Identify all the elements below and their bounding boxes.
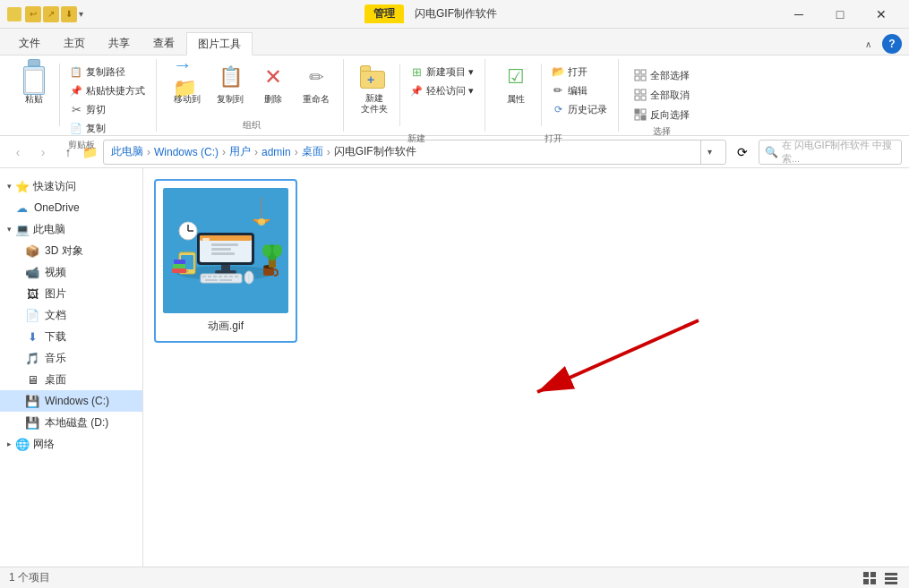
svg-rect-46 <box>173 264 185 268</box>
title-center: 管理 闪电GIF制作软件 <box>364 4 497 23</box>
copy-button[interactable]: 📄 复制 <box>65 119 149 137</box>
maximize-button[interactable]: □ <box>819 0 861 29</box>
expand-arrow: ▾ <box>7 182 12 191</box>
move-to-icon: →📁 <box>173 63 202 91</box>
qa-icon-3[interactable]: ⬇ <box>61 6 77 22</box>
delete-button[interactable]: ✕ 删除 <box>253 59 293 109</box>
ribbon-group-select: 全部选择 全部取消 反向选择 选择 <box>622 59 700 132</box>
cut-icon: ✂ <box>69 102 83 116</box>
sidebar-item-quick-access[interactable]: ▾ ⭐ 快速访问 <box>0 175 142 197</box>
invert-selection-button[interactable]: 反向选择 <box>630 106 693 124</box>
ribbon-collapse-btn[interactable]: ∧ <box>857 33 879 55</box>
sidebar-item-onedrive[interactable]: ☁ OneDrive <box>0 197 142 218</box>
copy-path-button[interactable]: 📋 复制路径 <box>65 63 149 81</box>
help-button[interactable]: ? <box>882 34 902 54</box>
red-arrow <box>484 303 734 481</box>
new-folder-button[interactable]: + 新建文件夹 <box>355 59 394 118</box>
search-box[interactable]: 🔍 在 闪电GIF制作软件 中搜索... <box>759 140 902 165</box>
ribbon-group-open: ☑ 属性 📂 打开 ✏ 编辑 ⟳ 历史记录 打开 <box>489 59 619 132</box>
history-button[interactable]: ⟳ 历史记录 <box>547 100 611 118</box>
path-part-2[interactable]: Windows (C:) <box>154 146 219 158</box>
minimize-button[interactable]: ─ <box>778 0 819 29</box>
file-thumbnail <box>163 188 288 313</box>
path-part-5[interactable]: 桌面 <box>302 144 323 159</box>
svg-rect-58 <box>885 573 897 575</box>
new-item-label: 新建项目 ▾ <box>426 65 474 79</box>
3d-label: 3D 对象 <box>45 243 83 259</box>
tab-home[interactable]: 主页 <box>52 31 97 55</box>
open-icon: 📂 <box>551 64 565 79</box>
sep5: › <box>327 146 330 158</box>
svg-rect-8 <box>635 109 639 114</box>
ribbon-group-organize: →📁 移动到 📋 复制到 ✕ 删除 ✏ 重命名 组织 <box>160 59 344 132</box>
close-button[interactable]: ✕ <box>861 0 902 29</box>
svg-rect-32 <box>219 276 222 277</box>
list-view-button[interactable] <box>882 569 900 587</box>
copy-to-button[interactable]: 📋 复制到 <box>210 59 250 109</box>
qa-dropdown[interactable]: ▾ <box>79 9 83 19</box>
back-button[interactable]: ‹ <box>7 141 29 163</box>
sep2: › <box>222 146 226 158</box>
sidebar-item-windows-c[interactable]: 💾 Windows (C:) <box>0 390 142 412</box>
move-to-button[interactable]: →📁 移动到 <box>167 59 207 109</box>
svg-rect-37 <box>219 279 232 281</box>
copy-to-icon: 📋 <box>216 63 244 91</box>
paste-shortcut-button[interactable]: 📌 粘贴快捷方式 <box>65 81 149 99</box>
refresh-button[interactable]: ⟳ <box>730 140 755 165</box>
properties-button[interactable]: ☑ 属性 <box>496 59 536 109</box>
clipboard-label: 剪贴板 <box>68 139 95 151</box>
sidebar-item-network[interactable]: ▸ 🌐 网络 <box>0 433 142 455</box>
sidebar-item-documents[interactable]: 📄 文档 <box>0 304 142 326</box>
path-part-4[interactable]: admin <box>262 146 291 158</box>
thumbnail-svg <box>163 188 288 313</box>
easy-access-button[interactable]: 📌 轻松访问 ▾ <box>406 81 477 99</box>
new-item-button[interactable]: ⊞ 新建项目 ▾ <box>406 63 477 81</box>
active-tab-label[interactable]: 管理 <box>364 4 404 23</box>
grid-view-button[interactable] <box>861 569 879 587</box>
open-content: ☑ 属性 📂 打开 ✏ 编辑 ⟳ 历史记录 <box>496 59 611 131</box>
cut-button[interactable]: ✂ 剪切 <box>65 100 149 118</box>
select-all-label: 全部选择 <box>650 69 690 82</box>
paste-shortcut-icon: 📌 <box>69 83 83 98</box>
sidebar-item-desktop[interactable]: 🖥 桌面 <box>0 369 142 390</box>
copy-path-label: 复制路径 <box>86 65 125 79</box>
svg-rect-45 <box>172 268 186 273</box>
paste-button[interactable]: 粘贴 <box>14 59 54 109</box>
qa-icon-2[interactable]: ↗ <box>43 6 59 22</box>
path-part-3[interactable]: 用户 <box>229 144 251 159</box>
path-dropdown-btn[interactable]: ▾ <box>700 140 718 165</box>
sidebar-item-downloads[interactable]: ⬇ 下载 <box>0 326 142 347</box>
item-count: 1 个项目 <box>9 570 50 585</box>
svg-rect-59 <box>885 577 897 580</box>
edit-button[interactable]: ✏ 编辑 <box>547 81 611 99</box>
rename-button[interactable]: ✏ 重命名 <box>296 59 336 109</box>
tab-image-tools[interactable]: 图片工具 <box>186 32 253 55</box>
new-item-icon: ⊞ <box>409 64 424 79</box>
svg-rect-54 <box>863 572 869 577</box>
tab-share[interactable]: 共享 <box>97 31 141 55</box>
tab-view[interactable]: 查看 <box>141 31 186 55</box>
unselect-all-button[interactable]: 全部取消 <box>630 86 693 104</box>
open-button[interactable]: 📂 打开 <box>547 63 611 81</box>
ribbon-tabs: 文件 主页 共享 查看 图片工具 ∧ ? <box>0 29 909 55</box>
svg-rect-19 <box>202 238 210 241</box>
view-mode-buttons <box>861 569 900 587</box>
forward-button[interactable]: › <box>32 141 54 163</box>
path-part-6[interactable]: 闪电GIF制作软件 <box>334 144 416 159</box>
sidebar-item-3d-objects[interactable]: 📦 3D 对象 <box>0 240 142 261</box>
path-part-1[interactable]: 此电脑 <box>111 144 143 159</box>
svg-rect-28 <box>201 274 242 283</box>
new-folder-icon: + <box>360 63 389 91</box>
sidebar-item-local-d[interactable]: 💾 本地磁盘 (D:) <box>0 412 142 433</box>
qa-icon-1[interactable]: ↩ <box>25 6 41 22</box>
tab-file[interactable]: 文件 <box>7 31 52 55</box>
3d-icon: 📦 <box>25 243 39 258</box>
expand-arrow-3: ▸ <box>7 439 12 448</box>
file-item-animation[interactable]: 动画.gif <box>154 179 297 343</box>
sidebar-item-pictures[interactable]: 🖼 图片 <box>0 283 142 304</box>
sidebar-item-music[interactable]: 🎵 音乐 <box>0 347 142 369</box>
documents-label: 文档 <box>45 308 66 323</box>
select-all-button[interactable]: 全部选择 <box>630 66 693 84</box>
sidebar-item-this-pc[interactable]: ▾ 💻 此电脑 <box>0 218 142 240</box>
sidebar-item-videos[interactable]: 📹 视频 <box>0 261 142 283</box>
